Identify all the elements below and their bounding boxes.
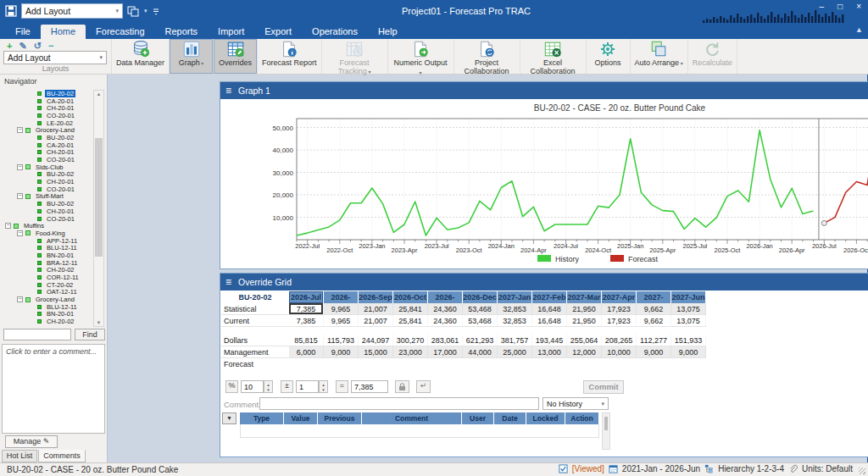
- menu-item-export[interactable]: Export: [254, 25, 302, 39]
- plusminus-button[interactable]: ±: [281, 380, 293, 393]
- grid-cell[interactable]: 300,270: [393, 335, 428, 346]
- status-hierarchy[interactable]: Hierarchy 1-2-3-4: [718, 464, 784, 473]
- grid-column-header[interactable]: 2026-Oct: [393, 291, 428, 303]
- grid-cell[interactable]: 244,097: [359, 335, 393, 346]
- ribbon-button-data-manager[interactable]: Data Manager: [112, 39, 170, 74]
- save-icon[interactable]: [5, 5, 17, 17]
- tree-item-bu-20-02[interactable]: BU-20-02: [2, 171, 92, 179]
- tree-item-bu-20-02[interactable]: BU-20-02: [2, 134, 92, 141]
- tree-item-ca-20-01[interactable]: CA-20-01: [2, 141, 92, 149]
- maximize-button[interactable]: □: [837, 2, 843, 11]
- tree-item-ch-20-01[interactable]: CH-20-01: [2, 178, 92, 185]
- collapse-icon[interactable]: −: [17, 193, 23, 199]
- percent-button[interactable]: %: [225, 380, 238, 393]
- grid-column-header[interactable]: 2027-Feb: [532, 291, 567, 303]
- scrollbar-thumb[interactable]: [95, 138, 103, 257]
- grid-column-header[interactable]: 2026-Jul: [289, 291, 324, 303]
- grid-cell[interactable]: 21,007: [359, 315, 393, 326]
- tree-item-oat-12-11[interactable]: OAT-12-11: [2, 289, 92, 296]
- tree-item-stuff-mart[interactable]: −Stuff-Mart: [2, 193, 92, 201]
- grid-cell[interactable]: 283,061: [428, 335, 463, 346]
- history-dropdown[interactable]: No History ▾: [542, 397, 609, 410]
- grid-cell[interactable]: 53,468: [463, 303, 498, 314]
- grid-cell[interactable]: 16,648: [532, 303, 567, 314]
- grid-cell[interactable]: 21,950: [567, 303, 602, 314]
- plusminus-input[interactable]: [296, 380, 319, 393]
- tree-item-ca-20-01[interactable]: CA-20-01: [2, 97, 92, 105]
- minimize-button[interactable]: –: [820, 2, 825, 11]
- grid-cell[interactable]: 9,000: [671, 346, 706, 357]
- menu-item-file[interactable]: File: [5, 25, 41, 39]
- tab-comments[interactable]: Comments: [38, 450, 86, 462]
- grid-cell[interactable]: 25,000: [498, 346, 532, 357]
- tree-item-cor-12-11[interactable]: COR-12-11: [2, 274, 92, 281]
- grid-column-header[interactable]: 2026-Dec: [463, 291, 498, 303]
- tree-item-bu-20-02[interactable]: BU-20-02: [2, 200, 92, 208]
- ribbon-button-graph[interactable]: Graph ▾: [170, 39, 214, 74]
- equals-button[interactable]: =: [336, 380, 348, 393]
- commit-button[interactable]: Commit: [583, 380, 624, 394]
- grid-cell[interactable]: 15,000: [359, 346, 393, 357]
- grid-cell[interactable]: 10,000: [602, 346, 637, 357]
- close-button[interactable]: ×: [856, 2, 861, 11]
- tree-item-grocery-land[interactable]: −Grocery-Land: [2, 296, 92, 303]
- grid-column-header[interactable]: 2027-May: [637, 291, 671, 303]
- percent-spinner[interactable]: ▴▾: [264, 380, 273, 393]
- layout-combobox[interactable]: Add Layout ▾: [21, 3, 123, 19]
- tree-item-ch-20-02[interactable]: CH-20-02: [2, 318, 92, 325]
- scroll-down-icon[interactable]: ▼: [94, 320, 103, 325]
- tree-item-ch-20-01[interactable]: CH-20-01: [2, 149, 92, 157]
- grid-cell[interactable]: 6,000: [289, 346, 324, 357]
- menu-item-home[interactable]: Home: [41, 25, 86, 39]
- grid-cell[interactable]: 85,815: [289, 335, 324, 346]
- grid-cell[interactable]: 32,853: [498, 315, 532, 326]
- tree-item-blu-12-11[interactable]: BLU-12-11: [2, 303, 92, 311]
- grid-cell[interactable]: 9,000: [637, 346, 671, 357]
- tree-item-bn-20-01[interactable]: BN-20-01: [2, 252, 92, 259]
- tree-item-co-20-01[interactable]: CO-20-01: [2, 215, 92, 223]
- grid-cell[interactable]: 193,445: [532, 335, 567, 346]
- ribbon-button-numeric-output[interactable]: Numeric Output ▾: [388, 39, 454, 74]
- menu-item-help[interactable]: Help: [368, 25, 408, 39]
- tree-item-bra-12-11[interactable]: BRA-12-11: [2, 259, 92, 267]
- tree-item-muffins[interactable]: −Muffins: [2, 222, 92, 230]
- grid-cell[interactable]: 12,000: [567, 346, 602, 357]
- equals-input[interactable]: [351, 380, 388, 393]
- grid-cell[interactable]: 53,468: [463, 315, 498, 326]
- grid-column-header[interactable]: 2027-Jun: [671, 291, 706, 303]
- grid-cell[interactable]: 32,853: [498, 303, 532, 314]
- scrollbar-thumb[interactable]: [604, 417, 608, 430]
- menu-item-forecasting[interactable]: Forecasting: [86, 25, 154, 39]
- grid-cell[interactable]: 25,841: [393, 315, 428, 326]
- grid-cell[interactable]: 25,841: [393, 303, 428, 314]
- percent-input[interactable]: [241, 380, 264, 393]
- grid-column-header[interactable]: 2027-Apr: [602, 291, 637, 303]
- tree-item-ch-20-02[interactable]: CH-20-02: [2, 267, 92, 274]
- tree-item-le-20-02[interactable]: LE-20-02: [2, 119, 92, 127]
- tree-item-blu-12-11[interactable]: BLU-12-11: [2, 244, 92, 252]
- grid-cell[interactable]: 21,007: [359, 303, 393, 314]
- tree-item-co-20-01[interactable]: CO-20-01: [2, 156, 92, 163]
- ribbon-button-excel-collaboration[interactable]: Excel Collaboration: [520, 39, 587, 74]
- grid-cell[interactable]: 115,793: [324, 335, 359, 346]
- grid-column-header[interactable]: 2026-Nov: [428, 291, 463, 303]
- tree-item-ch-20-01[interactable]: CH-20-01: [2, 208, 92, 215]
- manage-button[interactable]: Manage ✎: [5, 435, 58, 448]
- grid-cell[interactable]: 255,064: [567, 335, 602, 346]
- tree-item-co-20-01[interactable]: CO-20-01: [2, 112, 92, 119]
- collapse-icon[interactable]: −: [17, 164, 23, 170]
- grid-cell[interactable]: 16,648: [532, 315, 567, 326]
- grid-cell[interactable]: 208,265: [602, 335, 637, 346]
- grid-cell[interactable]: 381,757: [498, 335, 532, 346]
- menu-item-operations[interactable]: Operations: [302, 25, 368, 39]
- plusminus-spinner[interactable]: ▴▾: [319, 380, 328, 393]
- grid-cell[interactable]: 13,075: [671, 303, 706, 314]
- status-date-range[interactable]: 2021-Jan - 2026-Jun: [622, 464, 700, 473]
- grid-cell[interactable]: 621,293: [463, 335, 498, 346]
- tab-hot-list[interactable]: Hot List: [2, 450, 37, 462]
- grid-cell[interactable]: 9,000: [324, 346, 359, 357]
- tree-scrollbar[interactable]: ▲ ▼: [93, 90, 104, 327]
- grid-cell[interactable]: 13,000: [532, 346, 567, 357]
- resize-grip[interactable]: [859, 468, 865, 474]
- grid-cell[interactable]: 23,000: [393, 346, 428, 357]
